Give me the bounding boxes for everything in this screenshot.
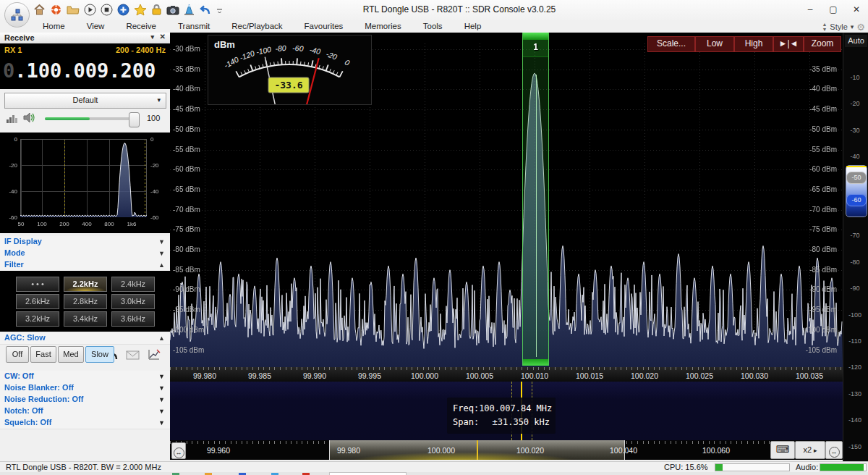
camera-icon[interactable] [166, 5, 179, 15]
preview-y-label: -40 [150, 188, 159, 195]
tab-memories[interactable]: Memories [354, 21, 412, 33]
spectrum-button-[interactable]: ►|◄ [773, 36, 804, 52]
filter-button-2.2khz[interactable]: 2.2kHz [64, 277, 107, 292]
section-cw[interactable]: CW: Off▼ [0, 371, 170, 383]
auto-range-button[interactable]: Auto [845, 35, 867, 47]
favourite-icon[interactable] [134, 4, 147, 16]
pan-left-button[interactable]: ↔ [171, 442, 186, 459]
speaker-icon[interactable] [23, 112, 37, 127]
filter-button-2.6khz[interactable]: 2.6kHz [16, 294, 59, 309]
section-filter[interactable]: Filter▲ [0, 259, 170, 272]
undo-icon[interactable] [199, 4, 212, 16]
beacon-icon[interactable] [184, 4, 195, 16]
db-axis-label-left: -60 dBm [173, 165, 200, 173]
chevron-down-icon[interactable]: ▼ [158, 406, 165, 417]
lock-icon[interactable] [151, 4, 162, 16]
tab-transmit[interactable]: Transmit [167, 21, 221, 33]
section-if-display[interactable]: IF Display▼ [0, 236, 170, 248]
play-icon[interactable] [84, 4, 96, 16]
main-spectrum-display[interactable]: -30 dBm-35 dBm-35 dBm-40 dBm-40 dBm-45 d… [170, 33, 843, 367]
chevron-down-icon[interactable]: ▼ [158, 371, 165, 382]
minimize-button[interactable]: – [799, 0, 822, 20]
mode-preset-select[interactable]: Default ▾ [4, 93, 166, 109]
tab-tools[interactable]: Tools [412, 21, 454, 33]
filter-button-3.4khz[interactable]: 3.4kHz [64, 311, 107, 327]
gear-icon[interactable]: ⚙ [856, 22, 865, 33]
chevron-down-icon[interactable]: ▼ [158, 383, 165, 394]
keyboard-entry-button[interactable]: ⌨ [770, 441, 795, 459]
tuning-band-cap[interactable] [523, 33, 548, 40]
spectrum-button-scale[interactable]: Scale... [647, 36, 695, 52]
range-scale-label: -80 [845, 258, 865, 266]
chevron-down-icon[interactable]: ▼ [158, 237, 165, 248]
range-scale-label: -100 [845, 311, 865, 319]
tuning-band[interactable]: 1 [522, 33, 549, 366]
spectrum-button-low[interactable]: Low [695, 36, 734, 52]
tab-rec-playback[interactable]: Rec/Playback [221, 21, 293, 33]
filter-button-3.2khz[interactable]: 3.2kHz [16, 311, 59, 327]
graph-icon[interactable] [147, 348, 161, 364]
style-caret-icon[interactable]: ▾ [851, 23, 854, 30]
filter-button-3.0khz[interactable]: 3.0kHz [111, 294, 155, 309]
section-noise-blanker[interactable]: Noise Blanker: Off▼ [0, 382, 170, 395]
app-menu-button[interactable] [4, 2, 30, 28]
section-noise-reduction[interactable]: Noise Reduction: Off▼ [0, 394, 170, 406]
nav-frequency-label: 100.040 [598, 446, 649, 455]
panel-close-icon[interactable]: ✕ [160, 33, 166, 41]
tab-home[interactable]: Home [32, 21, 76, 33]
spectrum-button-zoom[interactable]: Zoom [804, 36, 841, 52]
section-squelch[interactable]: Squelch: Off▼ [0, 417, 170, 429]
pan-icon: ↔ [174, 447, 184, 458]
help-ring-icon[interactable] [50, 4, 62, 16]
panel-collapse-icon[interactable]: ▾ [150, 33, 154, 41]
zoom-x2-button[interactable]: x2 ▸ [795, 441, 825, 459]
section-agc[interactable]: AGC: Slow▲ [0, 332, 170, 345]
chevron-up-icon[interactable]: ▲ [158, 333, 165, 344]
add-icon[interactable] [117, 4, 129, 16]
tab-view[interactable]: View [76, 21, 116, 33]
band-navigation-bar[interactable]: 99.96099.980100.000100.020100.040100.060… [170, 440, 843, 460]
filter-button-2.8khz[interactable]: 2.8kHz [64, 294, 107, 309]
tab-favourites[interactable]: Favourites [294, 21, 354, 33]
waterfall-display[interactable]: Freq:100.007.84 MHz Span:±31.350 kHz [170, 382, 843, 440]
audio-spectrum-canvas [20, 139, 147, 217]
agc-button-slow[interactable]: Slow [85, 346, 114, 363]
stop-icon[interactable] [101, 4, 113, 16]
notch-label: Notch: Off [0, 406, 43, 415]
maximize-button[interactable]: ▢ [822, 0, 845, 20]
range-scale-label: -30 [845, 127, 865, 134]
spectrum-button-high[interactable]: High [734, 36, 773, 52]
filter-button-[interactable]: • • • [16, 277, 59, 292]
range-scale-label: -90 [845, 285, 865, 292]
mail-icon[interactable] [126, 350, 140, 363]
pin-ribbon-icon[interactable]: ▲▼ [822, 22, 827, 32]
tab-help[interactable]: Help [454, 21, 493, 33]
tuning-band-header[interactable]: 1 [523, 40, 548, 57]
frequency-readout[interactable]: 0.100.009.200 [3, 59, 156, 82]
filter-button-3.6khz[interactable]: 3.6kHz [111, 311, 155, 327]
agc-button-fast[interactable]: Fast [30, 346, 56, 363]
range-high-chip[interactable]: -50 [846, 172, 867, 184]
chevron-up-icon[interactable]: ▲ [158, 260, 165, 271]
cpu-bar-fill [715, 464, 723, 471]
filter-button-2.4khz[interactable]: 2.4kHz [111, 277, 155, 292]
folder-icon[interactable] [67, 4, 80, 15]
home-icon[interactable] [33, 4, 46, 16]
more-icon[interactable] [216, 4, 224, 16]
close-button[interactable]: ✕ [845, 0, 868, 20]
section-notch[interactable]: Notch: Off▼ [0, 405, 170, 418]
chevron-down-icon[interactable]: ▼ [158, 248, 165, 259]
equalizer-icon[interactable] [6, 112, 18, 127]
style-button[interactable]: Style [830, 22, 847, 31]
preview-y-label: -20 [6, 162, 17, 169]
range-low-chip[interactable]: -60 [846, 194, 867, 206]
volume-slider-handle[interactable] [129, 112, 140, 127]
tab-receive[interactable]: Receive [115, 21, 167, 33]
tuning-band-foot[interactable] [523, 359, 548, 366]
pan-right-button[interactable]: ↔ [825, 441, 843, 459]
agc-button-med[interactable]: Med [58, 346, 84, 363]
chevron-down-icon[interactable]: ▼ [158, 418, 165, 429]
agc-button-off[interactable]: Off [6, 346, 29, 363]
section-mode[interactable]: Mode▼ [0, 248, 170, 260]
chevron-down-icon[interactable]: ▼ [158, 395, 165, 405]
